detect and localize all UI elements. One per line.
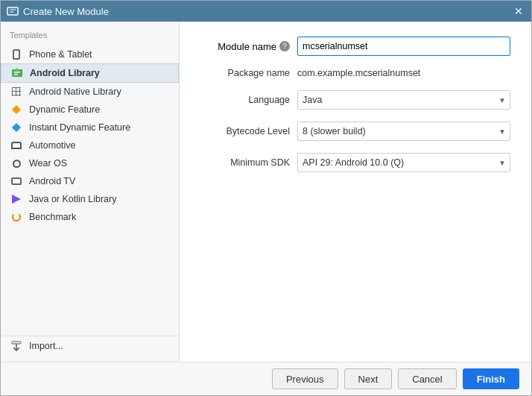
sidebar-item-instant-dynamic[interactable]: Instant Dynamic Feature: [1, 119, 179, 136]
sidebar-item-label: Wear OS: [29, 158, 67, 169]
sidebar-item-label: Android Library: [30, 68, 100, 78]
instant-dynamic-icon: [10, 122, 23, 133]
bytecode-select[interactable]: 8 (slower build) 11 17: [297, 122, 510, 141]
language-row: Language Java Kotlin ▼: [200, 90, 510, 110]
finish-button[interactable]: Finish: [463, 368, 519, 389]
module-name-label-group: Module name ?: [200, 41, 290, 52]
sidebar-item-label: Phone & Tablet: [29, 49, 92, 60]
footer: Previous Next Cancel Finish: [1, 362, 531, 395]
sidebar-item-label: Android Native Library: [29, 87, 121, 97]
min-sdk-select[interactable]: API 29: Android 10.0 (Q) API 21: Android…: [297, 153, 510, 172]
close-button[interactable]: ✕: [512, 4, 525, 18]
sidebar-item-label: Benchmark: [29, 212, 76, 222]
import-label: Import...: [29, 341, 63, 351]
min-sdk-row: Minimum SDK API 29: Android 10.0 (Q) API…: [200, 153, 510, 172]
cancel-button[interactable]: Cancel: [398, 368, 456, 389]
min-sdk-select-wrapper: API 29: Android 10.0 (Q) API 21: Android…: [297, 153, 510, 172]
language-select[interactable]: Java Kotlin: [297, 90, 510, 110]
language-label: Language: [200, 95, 290, 105]
sidebar-item-automotive[interactable]: Automotive: [1, 136, 179, 154]
dialog-icon: [7, 5, 19, 17]
sidebar-item-kotlin-library[interactable]: Java or Kotlin Library: [1, 190, 179, 208]
module-name-label: Module name: [218, 41, 276, 52]
automotive-icon: [10, 140, 23, 151]
previous-button[interactable]: Previous: [272, 368, 338, 389]
svg-rect-6: [14, 74, 18, 75]
next-button[interactable]: Next: [344, 368, 393, 389]
android-native-icon: [10, 87, 23, 97]
templates-label: Templates: [1, 28, 179, 45]
sidebar-item-label: Instant Dynamic Feature: [29, 122, 130, 133]
android-library-icon: [10, 68, 24, 78]
dynamic-feature-icon: [10, 104, 23, 115]
bytecode-label: Bytecode Level: [200, 126, 290, 136]
sidebar-item-dynamic-feature[interactable]: Dynamic Feature: [1, 101, 179, 119]
sidebar-item-label: Android TV: [29, 176, 75, 186]
module-name-row: Module name ?: [200, 37, 510, 56]
module-name-help-icon[interactable]: ?: [279, 41, 290, 51]
svg-rect-5: [14, 72, 20, 73]
right-panel: Module name ? Package name com.example.m…: [180, 22, 531, 362]
language-select-wrapper: Java Kotlin ▼: [297, 90, 510, 110]
sidebar: Templates Phone & Tablet A: [1, 22, 180, 362]
min-sdk-label: Minimum SDK: [200, 157, 290, 168]
sidebar-spacer: [1, 226, 179, 336]
title-bar-left: Create New Module: [7, 5, 109, 17]
sidebar-import[interactable]: Import...: [1, 336, 179, 356]
package-name-row: Package name com.example.mcserialnumset: [200, 68, 510, 78]
package-name-value: com.example.mcserialnumset: [297, 68, 510, 78]
sidebar-item-android-library[interactable]: Android Library: [1, 63, 179, 83]
module-name-input[interactable]: [297, 37, 510, 56]
content-area: Templates Phone & Tablet A: [1, 22, 531, 362]
bytecode-row: Bytecode Level 8 (slower build) 11 17 ▼: [200, 122, 510, 141]
bytecode-select-wrapper: 8 (slower build) 11 17 ▼: [297, 122, 510, 141]
sidebar-item-label: Dynamic Feature: [29, 104, 100, 115]
sidebar-item-android-native[interactable]: Android Native Library: [1, 83, 179, 101]
sidebar-item-benchmark[interactable]: Benchmark: [1, 208, 179, 226]
android-tv-icon: [10, 176, 23, 186]
svg-rect-8: [12, 342, 21, 344]
kotlin-library-icon: [10, 194, 23, 204]
sidebar-item-phone-tablet[interactable]: Phone & Tablet: [1, 45, 179, 63]
create-module-dialog: Create New Module ✕ Templates Phone & Ta…: [0, 0, 532, 396]
title-bar: Create New Module ✕: [1, 1, 531, 22]
benchmark-icon: [10, 212, 23, 222]
sidebar-item-wear-os[interactable]: Wear OS: [1, 154, 179, 172]
phone-tablet-icon: [10, 49, 23, 60]
svg-rect-0: [7, 7, 18, 15]
sidebar-item-label: Automotive: [29, 140, 76, 151]
wear-os-icon: [10, 158, 23, 169]
dialog-title: Create New Module: [23, 6, 109, 17]
sidebar-item-label: Java or Kotlin Library: [29, 194, 116, 204]
sidebar-item-android-tv[interactable]: Android TV: [1, 172, 179, 190]
import-icon: [10, 341, 23, 351]
package-name-label: Package name: [200, 68, 290, 78]
